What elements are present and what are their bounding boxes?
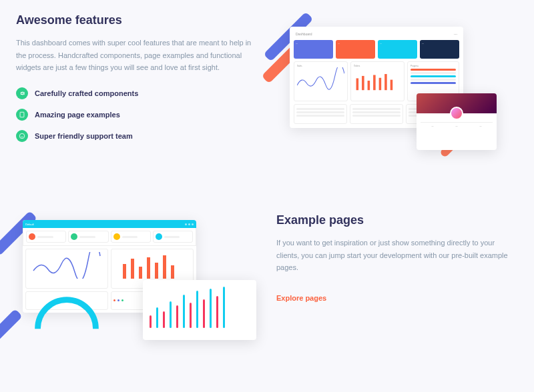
table-cell: [350, 104, 403, 124]
pages-section: Default: [0, 173, 534, 367]
feature-label: Amazing page examples: [35, 111, 120, 119]
bar: [183, 295, 185, 328]
bar: [163, 311, 165, 328]
svg-rect-9: [123, 264, 126, 279]
pages-heading: Example pages: [276, 213, 517, 227]
page-icon: [16, 109, 28, 121]
svg-rect-10: [131, 259, 134, 279]
line-chart: [25, 249, 108, 289]
bar: [176, 305, 178, 328]
pages-description: If you want to get inspiration or just s…: [276, 237, 517, 274]
stat-card: —: [294, 40, 333, 59]
svg-rect-8: [390, 80, 393, 91]
pages-text: Example pages If you want to get inspira…: [276, 213, 517, 303]
bar: [190, 303, 192, 328]
stat-card: —: [420, 40, 459, 59]
svg-rect-14: [163, 255, 166, 279]
svg-rect-13: [155, 263, 158, 279]
svg-point-1: [19, 133, 25, 139]
deco-bar: [0, 309, 23, 345]
dashboard-header: Dashboard⋯: [294, 31, 459, 37]
bar: [156, 307, 158, 328]
gear-icon: [16, 87, 28, 99]
svg-rect-5: [373, 75, 376, 90]
svg-rect-3: [362, 76, 364, 90]
table-cell: [294, 104, 347, 124]
feature-label: Super friendly support team: [35, 132, 133, 140]
explore-pages-link[interactable]: Explore pages: [276, 294, 326, 302]
bar: [223, 287, 225, 328]
stat-card: [111, 231, 151, 243]
bar: [203, 299, 205, 328]
feature-list: Carefully crafted components Amazing pag…: [16, 87, 256, 142]
features-text: Awesome features This dashboard comes wi…: [16, 13, 256, 151]
smile-icon: [16, 130, 28, 142]
svg-rect-15: [171, 265, 174, 279]
svg-rect-11: [139, 267, 142, 279]
feature-item: Amazing page examples: [16, 109, 256, 121]
svg-rect-12: [147, 257, 150, 279]
bar: [216, 296, 218, 328]
bar-chart-card: [143, 280, 256, 340]
svg-rect-2: [356, 78, 359, 90]
features-illustration: Dashboard⋯ — — — — Sales Orders Progress: [276, 13, 517, 160]
feature-item: Super friendly support team: [16, 130, 256, 142]
dashboard-header: Default: [23, 220, 196, 228]
gauge-chart: [25, 291, 108, 310]
feature-item: Carefully crafted components: [16, 87, 256, 99]
profile-card: ———: [417, 93, 497, 150]
line-chart: Sales: [294, 61, 348, 101]
bar: [196, 291, 198, 328]
stat-card: —: [336, 40, 375, 59]
bar-chart: Orders: [350, 61, 405, 101]
svg-rect-4: [368, 81, 370, 90]
features-description: This dashboard comes with super cool fea…: [16, 37, 256, 74]
features-section: Awesome features This dashboard comes wi…: [0, 0, 534, 173]
bar: [170, 301, 172, 328]
bar: [150, 315, 152, 328]
stat-card: —: [378, 40, 417, 59]
pages-illustration: Default: [16, 213, 256, 353]
stat-card: [153, 231, 193, 243]
features-heading: Awesome features: [16, 13, 256, 27]
svg-rect-7: [384, 74, 387, 90]
svg-rect-0: [20, 112, 24, 117]
bar: [210, 289, 212, 328]
stat-card: [26, 231, 66, 243]
svg-rect-6: [379, 78, 382, 90]
stat-card: [68, 231, 108, 243]
feature-label: Carefully crafted components: [35, 89, 138, 97]
avatar: [450, 107, 463, 120]
